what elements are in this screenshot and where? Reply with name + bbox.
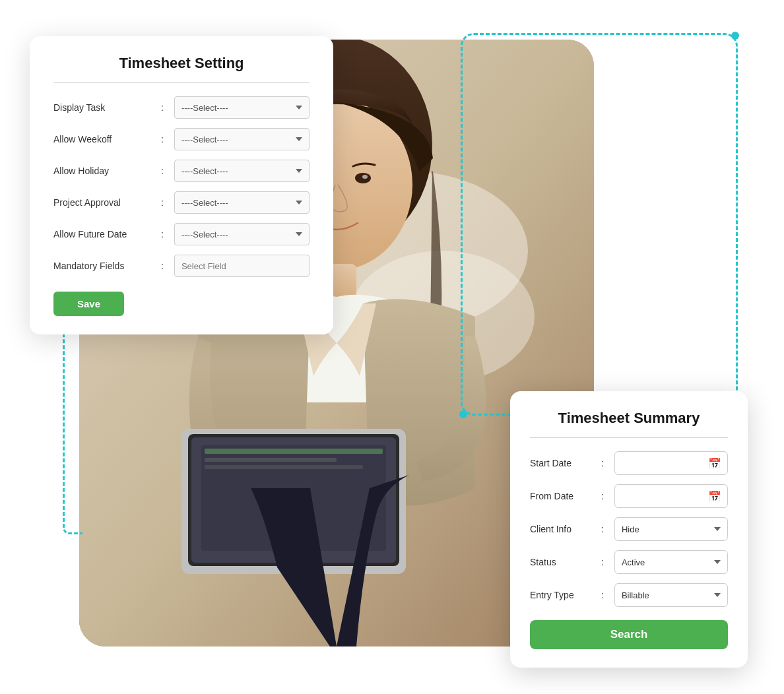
- start-date-wrap: 📅: [614, 451, 728, 475]
- allow-future-date-label: Allow Future Date: [53, 229, 156, 239]
- search-button[interactable]: Search: [530, 620, 728, 649]
- setting-card-title: Timesheet Setting: [53, 55, 310, 72]
- timesheet-setting-card: Timesheet Setting Display Task : ----Sel…: [30, 36, 333, 334]
- client-info-select[interactable]: Hide Show: [614, 517, 728, 541]
- start-date-row: Start Date : 📅: [530, 451, 728, 475]
- summary-card-divider: [530, 437, 728, 438]
- summary-colon-1: :: [601, 458, 604, 468]
- summary-colon-3: :: [601, 524, 604, 534]
- svg-point-6: [355, 173, 371, 183]
- project-approval-select[interactable]: ----Select---- Yes No: [174, 191, 310, 214]
- allow-future-date-select[interactable]: ----Select---- Yes No: [174, 223, 310, 245]
- start-date-label: Start Date: [530, 458, 596, 468]
- from-date-label: From Date: [530, 491, 596, 501]
- display-task-select[interactable]: ----Select---- Yes No: [174, 96, 310, 119]
- summary-card-title: Timesheet Summary: [530, 410, 728, 427]
- svg-rect-16: [205, 465, 363, 469]
- allow-weekoff-label: Allow Weekoff: [53, 134, 156, 144]
- summary-colon-5: :: [601, 590, 604, 600]
- colon-3: :: [161, 166, 164, 176]
- summary-colon-4: :: [601, 557, 604, 567]
- mandatory-fields-input[interactable]: [174, 255, 310, 277]
- status-row: Status : Active Inactive: [530, 550, 728, 574]
- colon-6: :: [161, 261, 164, 271]
- svg-rect-14: [205, 449, 383, 454]
- allow-weekoff-row: Allow Weekoff : ----Select---- Yes No: [53, 128, 310, 150]
- svg-point-8: [362, 175, 368, 179]
- svg-rect-15: [205, 458, 337, 462]
- save-button[interactable]: Save: [53, 292, 124, 316]
- allow-holiday-select[interactable]: ----Select---- Yes No: [174, 160, 310, 182]
- status-label: Status: [530, 557, 596, 567]
- colon-5: :: [161, 229, 164, 239]
- status-select[interactable]: Active Inactive: [614, 550, 728, 574]
- from-date-input[interactable]: [614, 484, 728, 508]
- allow-weekoff-select[interactable]: ----Select---- Yes No: [174, 128, 310, 150]
- client-info-row: Client Info : Hide Show: [530, 517, 728, 541]
- card-divider: [53, 82, 310, 83]
- timesheet-summary-card: Timesheet Summary Start Date : 📅 From Da…: [510, 391, 748, 668]
- from-date-wrap: 📅: [614, 484, 728, 508]
- mandatory-fields-row: Mandatory Fields :: [53, 255, 310, 277]
- client-info-label: Client Info: [530, 524, 596, 534]
- allow-holiday-label: Allow Holiday: [53, 166, 156, 176]
- display-task-label: Display Task: [53, 102, 156, 113]
- summary-colon-2: :: [601, 491, 604, 501]
- display-task-row: Display Task : ----Select---- Yes No: [53, 96, 310, 119]
- from-date-row: From Date : 📅: [530, 484, 728, 508]
- allow-holiday-row: Allow Holiday : ----Select---- Yes No: [53, 160, 310, 182]
- colon-4: :: [161, 197, 164, 208]
- mandatory-fields-label: Mandatory Fields: [53, 261, 156, 271]
- corner-dot-tl: [731, 32, 739, 40]
- corner-dot-br: [459, 410, 467, 418]
- colon-1: :: [161, 102, 164, 113]
- colon-2: :: [161, 134, 164, 144]
- entry-type-select[interactable]: Billable Non-Billable: [614, 583, 728, 607]
- entry-type-label: Entry Type: [530, 590, 596, 600]
- project-approval-label: Project Approval: [53, 197, 156, 208]
- allow-future-date-row: Allow Future Date : ----Select---- Yes N…: [53, 223, 310, 245]
- project-approval-row: Project Approval : ----Select---- Yes No: [53, 191, 310, 214]
- start-date-input[interactable]: [614, 451, 728, 475]
- entry-type-row: Entry Type : Billable Non-Billable: [530, 583, 728, 607]
